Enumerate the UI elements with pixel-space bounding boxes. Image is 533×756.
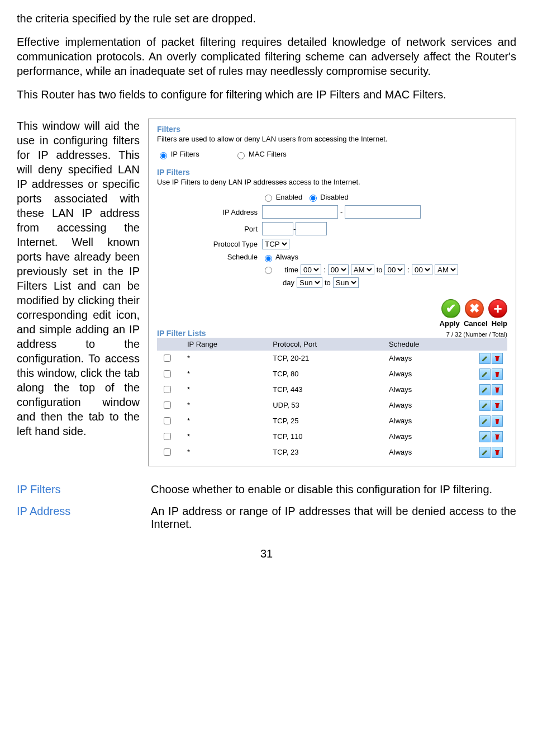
row-checkbox[interactable] <box>164 448 171 456</box>
check-icon: ✔ <box>446 301 456 316</box>
row-protocol: TCP, 23 <box>268 445 384 460</box>
col-protocol: Protocol, Port <box>268 338 384 351</box>
edit-icon[interactable] <box>479 353 491 364</box>
apply-button[interactable]: ✔ <box>441 299 460 318</box>
row-protocol: TCP, 25 <box>268 413 384 429</box>
disabled-radio[interactable] <box>310 195 317 202</box>
row-schedule: Always <box>384 413 470 429</box>
port-start-input[interactable] <box>262 222 293 235</box>
edit-icon[interactable] <box>479 415 491 427</box>
intro-p3: This Router has two fields to configure … <box>17 87 516 102</box>
cancel-button[interactable]: ✖ <box>465 299 484 318</box>
intro-p2: Effective implementation of packet filte… <box>17 35 516 78</box>
row-checkbox[interactable] <box>164 417 171 424</box>
always-radio[interactable] <box>265 255 272 262</box>
row-schedule: Always <box>384 366 470 382</box>
day-from[interactable]: Sun <box>297 277 322 288</box>
delete-icon[interactable] <box>492 353 503 364</box>
delete-icon[interactable] <box>492 384 503 395</box>
row-checkbox[interactable] <box>164 386 171 393</box>
row-range: * <box>183 398 268 413</box>
ip-filters-radio-label[interactable]: IP Filters <box>157 150 201 158</box>
time-to-ampm[interactable]: AM <box>435 264 458 275</box>
row-protocol: TCP, 443 <box>268 382 384 398</box>
edit-icon[interactable] <box>479 431 491 442</box>
day-to[interactable]: Sun <box>333 277 359 288</box>
ip-filters-desc: Use IP Filters to deny LAN IP addresses … <box>157 178 507 186</box>
row-checkbox[interactable] <box>164 355 171 362</box>
x-icon: ✖ <box>469 301 479 316</box>
always-radio-label[interactable]: Always <box>262 253 298 261</box>
to-label-2: to <box>325 278 331 287</box>
ip-filters-radio[interactable] <box>160 152 167 159</box>
edit-icon[interactable] <box>479 384 491 395</box>
disabled-radio-label[interactable]: Disabled <box>307 193 349 202</box>
def-term-ip-address: IP Address <box>17 505 151 531</box>
mac-filters-radio[interactable] <box>237 152 245 159</box>
delete-icon[interactable] <box>492 431 503 442</box>
mac-filters-radio-label[interactable]: MAC Filters <box>235 150 287 158</box>
help-label: Help <box>492 319 507 328</box>
list-count: 7 / 32 (Number / Total) <box>446 331 507 338</box>
time-label: time <box>276 266 298 274</box>
table-row: * TCP, 443 Always <box>157 382 507 398</box>
delete-icon[interactable] <box>492 447 503 458</box>
schedule-label: Schedule <box>191 253 262 261</box>
to-label-1: to <box>377 266 383 274</box>
port-label: Port <box>191 225 262 233</box>
row-schedule: Always <box>384 429 470 445</box>
row-range: * <box>183 445 268 460</box>
def-desc-ip-address: An IP address or range of IP addresses t… <box>151 505 516 531</box>
day-label: day <box>272 278 294 287</box>
row-range: * <box>183 429 268 445</box>
row-checkbox[interactable] <box>164 370 171 377</box>
filters-title: Filters <box>157 125 507 134</box>
row-range: * <box>183 366 268 382</box>
def-desc-ip-filters: Choose whether to enable or disable this… <box>151 483 516 496</box>
row-protocol: TCP, 20-21 <box>268 351 384 366</box>
table-row: * TCP, 110 Always <box>157 429 507 445</box>
table-row: * UDP, 53 Always <box>157 398 507 413</box>
row-checkbox[interactable] <box>164 433 171 440</box>
row-range: * <box>183 382 268 398</box>
row-schedule: Always <box>384 398 470 413</box>
plus-icon: + <box>493 303 502 315</box>
table-row: * TCP, 25 Always <box>157 413 507 429</box>
time-from-hour[interactable]: 00 <box>301 264 321 275</box>
delete-icon[interactable] <box>492 400 503 411</box>
time-from-ampm[interactable]: AM <box>351 264 374 275</box>
list-title: IP Filter Lists <box>157 329 206 338</box>
delete-icon[interactable] <box>492 415 503 427</box>
time-to-minute[interactable]: 00 <box>412 264 432 275</box>
row-range: * <box>183 351 268 366</box>
row-protocol: TCP, 80 <box>268 366 384 382</box>
table-row: * TCP, 20-21 Always <box>157 351 507 366</box>
enabled-radio-label[interactable]: Enabled <box>262 193 302 202</box>
edit-icon[interactable] <box>479 400 491 411</box>
protocol-select[interactable]: TCP <box>262 239 289 249</box>
ip-address-end-input[interactable] <box>345 205 421 219</box>
side-description: This window will aid the use in configur… <box>17 119 140 466</box>
colon1: : <box>323 266 326 274</box>
col-range: IP Range <box>183 338 268 351</box>
ip-address-start-input[interactable] <box>262 205 338 219</box>
help-button[interactable]: + <box>488 299 507 318</box>
time-radio[interactable] <box>265 267 272 274</box>
enabled-radio[interactable] <box>265 195 272 202</box>
edit-icon[interactable] <box>479 368 491 380</box>
row-range: * <box>183 413 268 429</box>
port-end-input[interactable] <box>296 222 327 235</box>
enabled-text: Enabled <box>276 193 303 201</box>
row-schedule: Always <box>384 382 470 398</box>
time-to-hour[interactable]: 00 <box>384 264 405 275</box>
row-schedule: Always <box>384 351 470 366</box>
filters-panel: Filters Filters are used to allow or den… <box>148 119 516 466</box>
delete-icon[interactable] <box>492 368 503 380</box>
ip-filters-radio-text: IP Filters <box>171 150 199 158</box>
row-protocol: TCP, 110 <box>268 429 384 445</box>
edit-icon[interactable] <box>479 447 491 458</box>
page-number: 31 <box>17 547 516 560</box>
time-from-minute[interactable]: 00 <box>328 264 349 275</box>
row-checkbox[interactable] <box>164 401 171 409</box>
ip-filters-title: IP Filters <box>157 168 507 177</box>
